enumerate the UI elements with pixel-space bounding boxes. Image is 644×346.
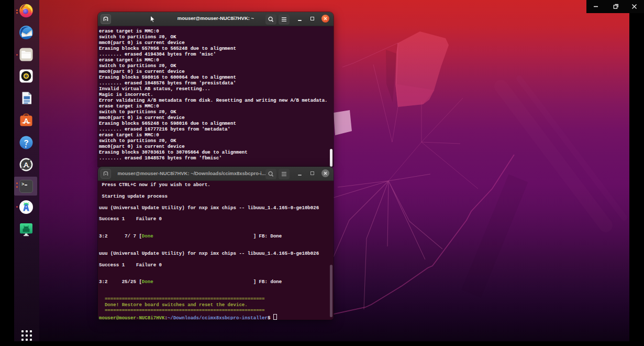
svg-text:A: A <box>24 161 29 169</box>
svg-text:A: A <box>24 117 29 125</box>
svg-text:>: > <box>21 182 24 187</box>
svg-text:?: ? <box>24 138 28 147</box>
